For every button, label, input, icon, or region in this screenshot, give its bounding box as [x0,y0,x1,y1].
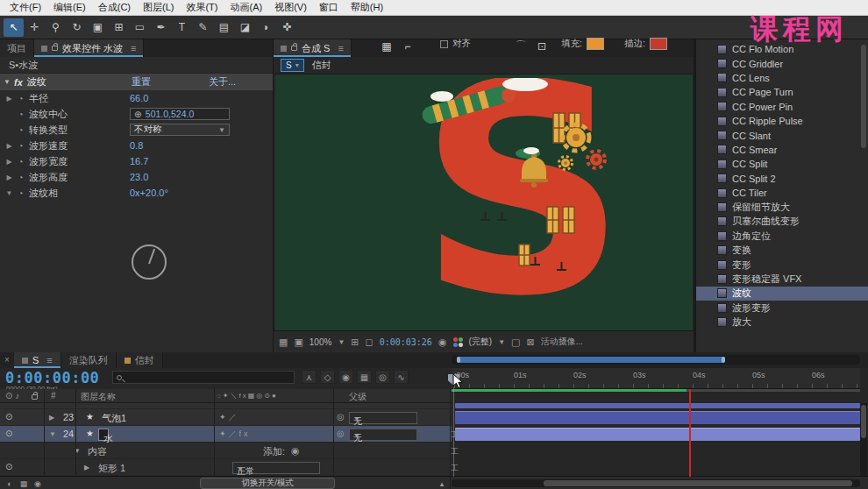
menu-help[interactable]: 帮助(H) [345,1,389,14]
effect-item[interactable]: 变形 [696,258,868,272]
layer-row-23[interactable]: ⊙ ▶ 23 ★ 气泡1 ✦／ ◎ 无▼ [0,409,452,426]
snapshot-icon[interactable]: ▣ [294,337,302,348]
roto-brush-tool-icon[interactable]: ◗ [256,18,276,37]
clone-stamp-tool-icon[interactable]: ▤ [214,18,234,37]
align-checkbox[interactable] [440,40,448,48]
expand-arrow-icon[interactable]: ▶ [4,142,15,150]
timeline-tab-envelope[interactable]: 信封 [117,352,163,368]
pan-behind-tool-icon[interactable]: ⊞ [109,18,129,37]
shy-toggle-icon[interactable]: ◐ [4,478,16,488]
timeline-tab-render-queue[interactable]: 渲染队列 [61,352,117,368]
conversion-type-dropdown[interactable]: 不对称 ▼ [130,124,230,136]
tab-composition[interactable]: 合成 S ≡ [274,39,352,57]
monitor-icon[interactable]: ▦ [279,337,288,348]
stroke-color-swatch[interactable] [650,38,667,50]
stopwatch-icon[interactable]: ◔ [15,94,26,103]
rectangle-row[interactable]: ⊙ ▶ 矩形 1 正常▼ [0,459,452,476]
about-link[interactable]: 关于... [209,75,236,89]
timeline-tab-s[interactable]: S ≡ [14,352,61,368]
ripple-center-field[interactable]: ⊕ 501.0,524.0 [130,108,230,120]
fill-color-swatch[interactable] [587,38,604,50]
effect-item[interactable]: 变换 [696,243,868,257]
add-property-icon[interactable]: ◉ [291,445,300,457]
effect-item[interactable]: 波形变形 [696,301,868,315]
parent-dropdown[interactable]: 无▼ [349,412,417,424]
panel-menu-icon[interactable]: ≡ [338,43,343,53]
graph-editor-icon[interactable]: ∿ [394,370,409,384]
stopwatch-icon[interactable]: ◔ [15,188,26,198]
pick-whip-icon[interactable]: ◎ [337,412,345,422]
effect-item[interactable]: 贝塞尔曲线变形 [696,215,868,229]
brush-tool-icon[interactable]: ✎ [193,18,213,37]
playhead-line[interactable] [689,389,691,477]
expand-arrow-icon[interactable]: ▶ [4,95,15,103]
expand-arrow-icon[interactable]: ▶ [4,158,15,166]
comp-navigator-current[interactable]: S ▾ [281,59,304,72]
transparency-grid-icon[interactable]: ⊠ [527,337,535,348]
motion-blur-icon[interactable]: ◎ [375,370,390,384]
reset-link[interactable]: 重置 [132,75,151,89]
timeline-vertical-scrollbar[interactable] [860,403,867,477]
eye-icon[interactable]: ⊙ [5,462,12,471]
timeline-horizontal-scrollbar[interactable] [452,479,860,487]
box-icon[interactable]: ⊡ [534,37,550,55]
layer-row-24-selected[interactable]: ⊙ ▼ 24 ★ 水波 ✦／fx ◎ 无▼ [0,426,452,443]
eraser-tool-icon[interactable]: ◪ [235,18,255,37]
menu-edit[interactable]: 编辑(E) [47,1,92,14]
collapse-arrow-icon[interactable]: ▼ [4,189,15,197]
layer-name[interactable]: 气泡1 [102,412,126,425]
channels-icon[interactable] [453,337,463,347]
ripple-phase-value[interactable]: 0x+20.0° [130,188,168,198]
arc-icon[interactable]: ⌒ [513,37,529,55]
menu-animation[interactable]: 动画(A) [224,1,269,14]
layer-row-partial[interactable] [0,403,452,409]
frame-blend-toggle-icon[interactable]: ▦ [18,478,30,488]
pen-tool-icon[interactable]: ✒ [151,18,171,37]
effect-item[interactable]: 边角定位 [696,229,868,243]
collapse-arrow-icon[interactable]: ▼ [0,78,14,86]
collapse-arrow-icon[interactable]: ▼ [49,430,56,438]
type-tool-icon[interactable]: T [172,18,192,37]
frame-blend-icon[interactable]: ▦ [357,370,372,384]
layer-bar-23[interactable] [455,411,860,424]
comp-viewer-canvas[interactable]: S [275,74,693,330]
expand-arrow-icon[interactable]: ▶ [4,174,15,181]
camera-tool-icon[interactable]: ▣ [88,18,108,37]
draft-3d-icon[interactable]: ◇ [320,370,335,384]
timeline-navigator[interactable] [452,355,860,365]
selection-tool-icon[interactable]: ↖ [4,18,24,37]
fx-badge-icon[interactable]: fx [14,77,23,88]
blend-mode-dropdown[interactable]: 正常▼ [232,462,320,474]
layer-switches[interactable]: ✦／fx [219,429,251,440]
layer-name-editing[interactable]: 水波 [98,429,109,441]
resolution-select[interactable]: (完整) [469,336,493,348]
snapshot-camera-icon[interactable]: ◉ [438,337,447,348]
mask-toggle-icon[interactable]: ◻ [366,337,374,348]
effect-item[interactable]: 变形稳定器 VFX [696,272,868,286]
stopwatch-icon[interactable]: ◔ [15,141,26,151]
effect-item[interactable]: CC Power Pin [696,100,868,114]
wave-speed-value[interactable]: 0.8 [130,140,143,151]
stopwatch-icon[interactable]: ◔ [15,125,26,135]
effect-header-row[interactable]: ▼ fx 波纹 重置 关于... [0,74,273,90]
menu-effect[interactable]: 效果(T) [180,1,224,14]
tab-effect-controls[interactable]: 效果控件 水波 ≡ [34,39,144,57]
toggle-switches-modes-button[interactable]: 切换开关/模式 [200,478,335,489]
crosshair-icon[interactable]: ⊕ [134,109,142,119]
close-icon[interactable]: × [0,352,14,368]
puppet-pin-tool-icon[interactable]: ✜ [277,18,297,37]
effect-item[interactable]: 放大 [696,315,868,329]
rotation-dial[interactable] [132,244,167,280]
effect-item[interactable]: 保留细节放大 [696,200,868,214]
ruler-icon[interactable]: ⌐ [400,37,416,55]
layer-switches[interactable]: ✦／ [219,412,239,423]
radius-value[interactable]: 66.0 [130,93,148,103]
eye-icon[interactable]: ⊙ [5,412,12,422]
contents-row[interactable]: ▼ 内容 添加: ◉ [0,443,452,459]
menu-window[interactable]: 窗口 [313,1,345,14]
active-camera-select[interactable]: 活动摄像... [541,336,583,348]
effect-item[interactable]: CC Smear [696,143,868,157]
wave-width-value[interactable]: 16.7 [130,156,148,167]
effect-item[interactable]: CC Slant [696,128,868,142]
zoom-level[interactable]: 100% [309,337,332,347]
